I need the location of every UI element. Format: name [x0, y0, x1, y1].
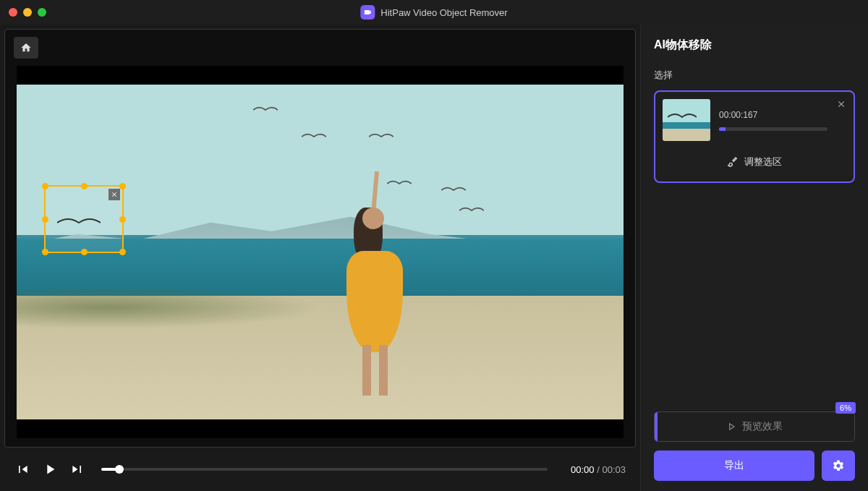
selection-delete-button[interactable] — [836, 99, 846, 112]
app-title: HitPaw Video Object Remover — [360, 5, 507, 20]
selection-progress — [719, 127, 827, 131]
scene-subject — [339, 171, 423, 385]
home-icon — [20, 42, 32, 54]
home-button[interactable] — [14, 37, 38, 59]
editor-viewport — [4, 29, 636, 448]
play-icon — [42, 461, 58, 477]
play-button[interactable] — [42, 461, 58, 477]
resize-handle[interactable] — [119, 249, 126, 255]
sidebar-select-label: 选择 — [654, 69, 855, 82]
selection-card[interactable]: 00:00:167 调整选区 — [654, 90, 855, 183]
selection-progress-fill — [719, 127, 726, 131]
close-icon — [111, 191, 118, 198]
app-title-text: HitPaw Video Object Remover — [380, 7, 507, 18]
selection-timestamp: 00:00:167 — [719, 110, 827, 120]
sidebar: AI物体移除 选择 00:00:167 调整选区 — [640, 25, 868, 491]
timeline-knob[interactable] — [115, 465, 124, 474]
minimize-window-button[interactable] — [23, 8, 32, 17]
video-preview[interactable] — [17, 66, 624, 438]
prev-frame-icon — [15, 462, 30, 477]
resize-handle[interactable] — [42, 183, 48, 189]
preview-progress-badge: 6% — [835, 402, 856, 414]
scene-bird — [369, 132, 393, 142]
editor-panel: 00:00 / 00:03 — [0, 25, 640, 491]
window-controls — [9, 8, 46, 17]
video-frame — [17, 85, 624, 419]
scene-bird — [387, 179, 412, 189]
export-label: 导出 — [724, 459, 744, 472]
timecode: 00:00 / 00:03 — [571, 464, 626, 475]
scene-bird — [253, 105, 278, 115]
time-current: 00:00 — [571, 464, 595, 475]
resize-handle[interactable] — [81, 249, 88, 255]
play-outline-icon — [726, 422, 736, 432]
close-window-button[interactable] — [9, 8, 17, 17]
resize-handle[interactable] — [81, 183, 88, 189]
scene-grass — [17, 286, 320, 329]
main: 00:00 / 00:03 AI物体移除 选择 00:00:167 — [0, 25, 868, 491]
gear-icon — [832, 459, 845, 472]
playback-controls: 00:00 / 00:03 — [0, 448, 640, 491]
next-frame-icon — [70, 462, 85, 477]
preview-progress-accent — [655, 412, 658, 441]
maximize-window-button[interactable] — [38, 8, 46, 17]
editor-toolbar — [5, 30, 635, 66]
prev-frame-button[interactable] — [14, 461, 30, 477]
export-settings-button[interactable] — [822, 451, 855, 481]
sidebar-title: AI物体移除 — [654, 38, 855, 53]
selection-remove-button[interactable] — [109, 189, 120, 200]
resize-handle[interactable] — [42, 249, 48, 255]
selection-thumbnail[interactable] — [663, 99, 710, 141]
preview-effect-label: 预览效果 — [742, 420, 783, 433]
resize-handle[interactable] — [119, 216, 126, 223]
preview-effect-button[interactable]: 6% 预览效果 — [654, 411, 855, 442]
adjust-selection-label: 调整选区 — [744, 155, 782, 168]
next-frame-button[interactable] — [69, 461, 85, 477]
resize-handle[interactable] — [42, 216, 48, 223]
time-total: 00:03 — [602, 464, 626, 475]
selection-box[interactable] — [44, 185, 124, 253]
titlebar: HitPaw Video Object Remover — [0, 0, 868, 25]
export-button[interactable]: 导出 — [654, 451, 814, 481]
scene-bird — [441, 185, 466, 195]
resize-handle[interactable] — [119, 183, 126, 189]
export-row: 导出 — [654, 451, 855, 481]
brush-icon — [727, 156, 739, 168]
adjust-selection-button[interactable]: 调整选区 — [663, 150, 846, 174]
selection-content-bird — [57, 215, 101, 230]
timeline-slider[interactable] — [101, 468, 548, 471]
preview-wrap — [5, 66, 635, 447]
app-icon — [360, 5, 375, 20]
scene-bird — [459, 205, 484, 215]
selection-info: 00:00:167 — [719, 110, 827, 131]
scene-bird — [302, 132, 326, 142]
close-icon — [836, 99, 846, 109]
